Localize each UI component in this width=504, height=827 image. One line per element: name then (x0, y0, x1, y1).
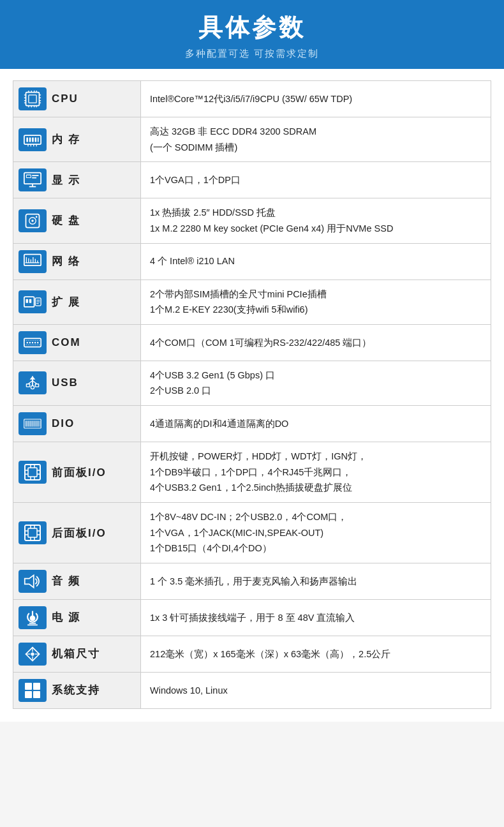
table-row: 后面板I/O 1个8V~48V DC-IN；2个USB2.0，4个COM口，1个… (13, 503, 491, 563)
svg-rect-32 (32, 175, 39, 176)
svg-rect-48 (29, 299, 32, 303)
label-cell-power: 电 源 (13, 599, 141, 636)
label-text-dimensions: 机箱尺寸 (52, 646, 100, 661)
page-wrapper: 具体参数 多种配置可选 可按需求定制 (0, 0, 504, 722)
label-text-cpu: CPU (52, 93, 78, 105)
svg-rect-108 (25, 691, 32, 698)
label-inner: COM (19, 331, 135, 354)
value-cell-audio: 1 个 3.5 毫米插孔，用于麦克风输入和扬声器输出 (141, 563, 491, 599)
svg-point-55 (29, 342, 31, 343)
value-cell-usb: 4个USB 3.2 Gen1 (5 Gbps) 口2个USB 2.0 口 (141, 361, 491, 405)
label-text-rear-io: 后面板I/O (52, 526, 107, 540)
svg-rect-106 (25, 683, 32, 690)
value-cell-cpu: Intel®Core™12代i3/i5/i7/i9CPU (35W/ 65W T… (141, 81, 491, 117)
svg-rect-71 (29, 421, 31, 426)
label-cell-network: 网 络 (13, 243, 141, 279)
label-cell-audio: 音 频 (13, 563, 141, 599)
hdd-icon (19, 209, 47, 232)
label-text-display: 显 示 (52, 173, 80, 188)
label-cell-com: COM (13, 324, 141, 361)
power-icon (19, 606, 47, 629)
label-inner: 音 频 (19, 570, 135, 593)
label-cell-dimensions: 机箱尺寸 (13, 636, 141, 672)
label-cell-memory: 内 存 (13, 117, 141, 162)
svg-rect-107 (33, 683, 40, 690)
svg-point-54 (27, 342, 28, 343)
label-text-memory: 内 存 (52, 132, 80, 147)
table-row: DIO 4通道隔离的DI和4通道隔离的DO (13, 406, 491, 442)
label-text-usb: USB (52, 376, 78, 389)
value-cell-expand: 2个带内部SIM插槽的全尺寸mini PCIe插槽1个M.2 E-KEY 223… (141, 279, 491, 324)
svg-rect-19 (26, 137, 28, 142)
svg-rect-65 (26, 384, 29, 387)
table-row: 网 络 4 个 Intel® i210 LAN (13, 243, 491, 279)
table-row: 内 存 高达 32GB 非 ECC DDR4 3200 SDRAM(一个 SOD… (13, 117, 491, 162)
svg-rect-33 (32, 177, 36, 179)
page-subtitle: 多种配置可选 可按需求定制 (0, 48, 504, 60)
label-inner: 内 存 (19, 128, 135, 151)
svg-rect-78 (28, 468, 37, 477)
svg-marker-97 (25, 575, 34, 587)
value-cell-front-io: 开机按键，POWER灯，HDD灯，WDT灯，IGN灯，1个DB9半破口，1个DP… (141, 442, 491, 503)
label-inner: 电 源 (19, 606, 135, 629)
label-cell-cpu: CPU (13, 81, 141, 117)
svg-rect-109 (33, 691, 40, 698)
label-inner: 扩 展 (19, 290, 135, 313)
label-cell-rear-io: 后面板I/O (13, 503, 141, 563)
svg-rect-69 (26, 421, 27, 426)
label-text-power: 电 源 (52, 610, 80, 625)
svg-rect-22 (35, 137, 37, 142)
table-row: COM 4个COM口（COM 1可编程为RS-232/422/485 端口） (13, 324, 491, 361)
table-row: 显 示 1个VGA口，1个DP口 (13, 162, 491, 198)
svg-point-57 (34, 342, 36, 343)
label-text-com: COM (52, 336, 81, 349)
label-text-audio: 音 频 (52, 574, 80, 588)
value-cell-memory: 高达 32GB 非 ECC DDR4 3200 SDRAM(一个 SODIMM … (141, 117, 491, 162)
table-row: 扩 展 2个带内部SIM插槽的全尺寸mini PCIe插槽1个M.2 E-KEY… (13, 279, 491, 324)
label-text-front-io: 前面板I/O (52, 465, 107, 480)
label-cell-os: 系统支持 (13, 672, 141, 708)
svg-point-98 (30, 615, 36, 621)
svg-rect-77 (25, 465, 40, 480)
os-icon (19, 679, 47, 702)
label-text-expand: 扩 展 (52, 295, 80, 309)
label-cell-display: 显 示 (13, 162, 141, 198)
usb-icon (19, 371, 47, 394)
table-row: 音 频 1 个 3.5 毫米插孔，用于麦克风输入和扬声器输出 (13, 563, 491, 599)
svg-rect-87 (25, 525, 40, 540)
svg-point-56 (32, 342, 33, 343)
value-cell-dio: 4通道隔离的DI和4通道隔离的DO (141, 406, 491, 442)
label-cell-hdd: 硬 盘 (13, 198, 141, 243)
svg-rect-23 (38, 137, 39, 142)
label-text-hdd: 硬 盘 (52, 213, 80, 228)
label-cell-dio: DIO (13, 406, 141, 442)
label-inner: 硬 盘 (19, 209, 135, 232)
table-row: CPU Intel®Core™12代i3/i5/i7/i9CPU (35W/ 6… (13, 81, 491, 117)
front-io-icon (19, 461, 47, 484)
value-cell-power: 1x 3 针可插拔接线端子，用于 8 至 48V 直流输入 (141, 599, 491, 636)
label-inner: 机箱尺寸 (19, 643, 135, 666)
svg-rect-88 (28, 528, 37, 537)
dio-icon (19, 412, 47, 435)
dimensions-icon (19, 643, 47, 666)
label-inner: DIO (19, 412, 135, 435)
table-row: 硬 盘 1x 热插拔 2.5″ HDD/SSD 托盘1x M.2 2280 M … (13, 198, 491, 243)
page-title: 具体参数 (0, 11, 504, 44)
label-text-os: 系统支持 (52, 683, 100, 697)
table-row: 电 源 1x 3 针可插拔接线端子，用于 8 至 48V 直流输入 (13, 599, 491, 636)
label-cell-front-io: 前面板I/O (13, 442, 141, 503)
label-text-network: 网 络 (52, 254, 80, 269)
svg-rect-76 (40, 421, 40, 426)
svg-rect-75 (38, 421, 39, 426)
expand-icon (19, 290, 47, 313)
label-inner: 后面板I/O (19, 521, 135, 544)
value-cell-network: 4 个 Intel® i210 LAN (141, 243, 491, 279)
label-text-dio: DIO (52, 417, 75, 430)
svg-rect-73 (34, 421, 35, 426)
svg-point-105 (31, 652, 34, 655)
svg-marker-62 (30, 376, 36, 380)
label-inner: CPU (19, 87, 135, 110)
audio-icon (19, 570, 47, 593)
svg-rect-0 (26, 93, 40, 106)
com-icon (19, 331, 47, 354)
